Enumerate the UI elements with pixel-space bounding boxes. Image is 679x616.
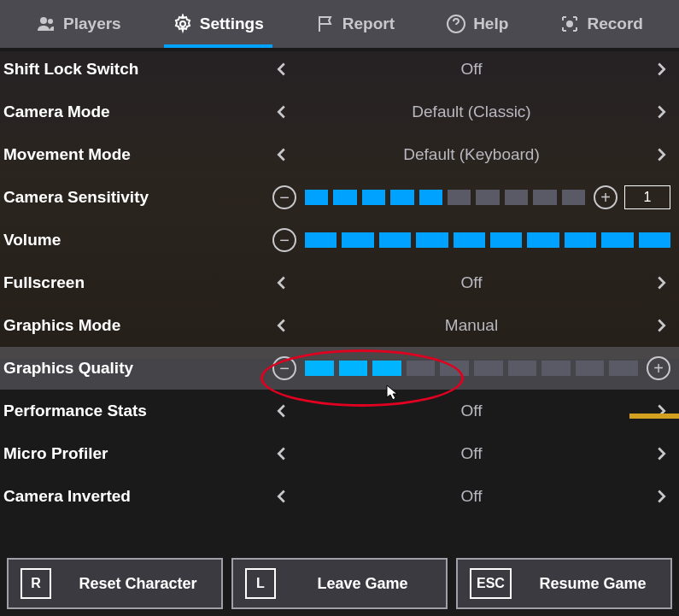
- slider-segment: [407, 361, 436, 376]
- resume-game-button[interactable]: ESC Resume Game: [456, 558, 672, 609]
- setting-movement-mode: Movement Mode Default (Keyboard): [0, 133, 679, 176]
- setting-micro-profiler: Micro Profiler Off: [0, 432, 679, 475]
- chevron-right-icon[interactable]: [652, 145, 670, 164]
- chevron-right-icon[interactable]: [652, 487, 670, 506]
- chevron-left-icon[interactable]: [272, 316, 291, 335]
- slider-segment: [416, 232, 448, 248]
- slider-segment: [390, 190, 413, 205]
- setting-value: Off: [291, 487, 652, 506]
- plus-button[interactable]: +: [647, 356, 670, 380]
- setting-camera-sensitivity: Camera Sensitivity − + 1: [0, 176, 679, 219]
- setting-value: Off: [291, 273, 652, 292]
- tab-label: Settings: [200, 15, 264, 33]
- chevron-left-icon[interactable]: [272, 103, 291, 121]
- slider-segment: [541, 361, 571, 376]
- setting-volume: Volume −: [0, 219, 679, 261]
- flag-icon: [315, 14, 336, 34]
- chevron-right-icon[interactable]: [652, 103, 670, 121]
- slider-segment: [305, 232, 337, 248]
- volume-slider[interactable]: [305, 232, 670, 248]
- settings-list: Shift Lock Switch Off Camera Mode Defaul…: [0, 48, 679, 518]
- setting-graphics-mode: Graphics Mode Manual: [0, 304, 679, 347]
- slider-segment: [476, 190, 499, 205]
- setting-camera-inverted: Camera Inverted Off: [0, 475, 679, 518]
- background-artifact: [629, 414, 679, 419]
- leave-game-button[interactable]: L Leave Game: [231, 558, 448, 609]
- button-label: Reset Character: [67, 575, 209, 593]
- svg-point-0: [40, 17, 47, 24]
- minus-button[interactable]: −: [272, 228, 296, 252]
- chevron-right-icon[interactable]: [652, 273, 670, 292]
- svg-point-4: [567, 21, 572, 26]
- sensitivity-input[interactable]: 1: [624, 185, 670, 209]
- chevron-left-icon[interactable]: [272, 273, 291, 292]
- button-label: Leave Game: [291, 575, 434, 593]
- slider-segment: [505, 190, 528, 205]
- sensitivity-slider[interactable]: [305, 190, 585, 205]
- chevron-left-icon[interactable]: [272, 444, 291, 463]
- slider-segment: [372, 361, 401, 376]
- slider-segment: [454, 232, 485, 248]
- slider-segment: [562, 190, 585, 205]
- setting-value: Default (Classic): [291, 103, 652, 121]
- setting-value: Off: [291, 444, 652, 463]
- help-icon: [446, 14, 466, 34]
- record-icon: [559, 14, 580, 34]
- tab-players[interactable]: Players: [27, 0, 130, 48]
- chevron-right-icon[interactable]: [652, 316, 670, 335]
- slider-segment: [448, 190, 471, 205]
- slider-segment: [565, 232, 596, 248]
- chevron-left-icon[interactable]: [272, 402, 291, 420]
- setting-label: Fullscreen: [3, 273, 272, 292]
- minus-button[interactable]: −: [272, 356, 296, 380]
- setting-label: Camera Sensitivity: [3, 188, 272, 207]
- chevron-left-icon[interactable]: [272, 60, 291, 79]
- slider-segment: [508, 361, 537, 376]
- graphics-quality-slider[interactable]: [305, 361, 638, 376]
- setting-graphics-quality: Graphics Quality − +: [0, 347, 679, 390]
- slider-segment: [609, 361, 638, 376]
- keycap: R: [20, 568, 51, 599]
- setting-label: Performance Stats: [3, 402, 272, 420]
- slider-segment: [419, 190, 442, 205]
- slider-segment: [339, 361, 368, 376]
- slider-segment: [639, 232, 670, 248]
- slider-segment: [474, 361, 503, 376]
- setting-label: Graphics Mode: [3, 316, 272, 335]
- chevron-left-icon[interactable]: [272, 487, 291, 506]
- minus-button[interactable]: −: [272, 185, 296, 209]
- slider-segment: [379, 232, 411, 248]
- slider-segment: [333, 190, 356, 205]
- slider-segment: [490, 232, 522, 248]
- keycap: L: [245, 568, 276, 599]
- tab-settings[interactable]: Settings: [164, 0, 272, 48]
- reset-character-button[interactable]: R Reset Character: [7, 558, 223, 609]
- button-label: Resume Game: [527, 575, 659, 593]
- chevron-left-icon[interactable]: [272, 145, 291, 164]
- setting-fullscreen: Fullscreen Off: [0, 261, 679, 304]
- tab-label: Help: [473, 15, 508, 33]
- slider-segment: [576, 361, 605, 376]
- tab-label: Record: [587, 15, 642, 33]
- tab-help[interactable]: Help: [437, 0, 517, 48]
- setting-label: Volume: [3, 231, 272, 249]
- setting-value: Default (Keyboard): [291, 145, 652, 164]
- setting-label: Camera Mode: [3, 103, 272, 121]
- setting-label: Movement Mode: [3, 145, 272, 164]
- svg-point-2: [180, 21, 185, 26]
- bottom-bar: R Reset Character L Leave Game ESC Resum…: [7, 558, 672, 609]
- chevron-right-icon[interactable]: [652, 444, 670, 463]
- setting-value: Off: [291, 60, 652, 79]
- gear-icon: [173, 14, 193, 34]
- slider-segment: [601, 232, 633, 248]
- slider-segment: [305, 190, 328, 205]
- setting-performance-stats: Performance Stats Off: [0, 390, 679, 432]
- setting-value: Off: [291, 402, 652, 420]
- slider-segment: [305, 361, 334, 376]
- players-icon: [36, 14, 56, 34]
- tab-report[interactable]: Report: [307, 0, 403, 48]
- plus-button[interactable]: +: [594, 185, 618, 209]
- chevron-right-icon[interactable]: [652, 60, 670, 79]
- setting-shift-lock: Shift Lock Switch Off: [0, 48, 679, 91]
- tab-record[interactable]: Record: [551, 0, 651, 48]
